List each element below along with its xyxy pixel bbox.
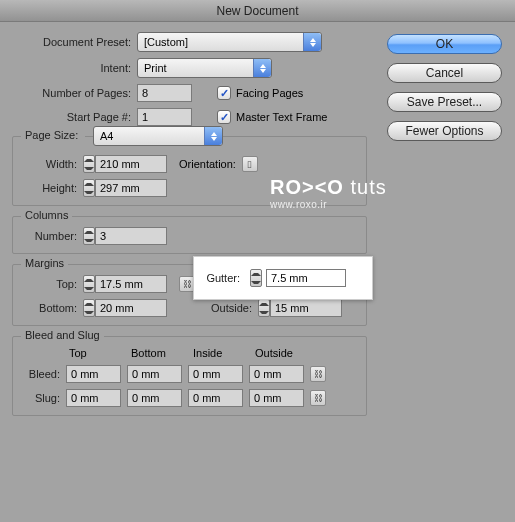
title-bar: New Document [0,0,515,22]
margin-outside-stepper[interactable] [258,299,270,317]
margin-outside-label: Outside: [203,302,258,314]
document-preset-label: Document Preset: [12,36,137,48]
link-slug-icon[interactable]: ⛓ [310,390,326,406]
columns-number-input[interactable]: 3 [95,227,167,245]
col-bottom: Bottom [131,347,193,359]
slug-label: Slug: [21,392,66,404]
window-title: New Document [216,4,298,18]
orientation-portrait-icon[interactable]: ▯ [242,156,258,172]
intent-label: Intent: [12,62,137,74]
link-bleed-icon[interactable]: ⛓ [310,366,326,382]
slug-bottom-input[interactable]: 0 mm [127,389,182,407]
gutter-input[interactable]: 7.5 mm [266,269,346,287]
bleed-outside-input[interactable]: 0 mm [249,365,304,383]
col-outside: Outside [255,347,317,359]
margins-legend: Margins [21,257,68,269]
watermark-suffix: tuts [350,176,386,198]
num-pages-label: Number of Pages: [12,87,137,99]
col-top: Top [69,347,131,359]
height-stepper[interactable] [83,179,95,197]
facing-pages-label: Facing Pages [236,87,303,99]
chevron-up-down-icon [253,59,271,77]
bleed-inside-input[interactable]: 0 mm [188,365,243,383]
dialog-body: Document Preset: [Custom] Intent: Print … [0,22,515,426]
margin-top-stepper[interactable] [83,275,95,293]
page-size-legend: Page Size: [21,129,85,141]
bleed-bottom-input[interactable]: 0 mm [127,365,182,383]
bleed-label: Bleed: [21,368,66,380]
page-size-dropdown[interactable]: A4 [93,126,223,146]
columns-group: Columns Number: 3 [12,216,367,254]
margin-bottom-label: Bottom: [21,302,83,314]
margin-bottom-input[interactable]: 20 mm [95,299,167,317]
slug-inside-input[interactable]: 0 mm [188,389,243,407]
slug-outside-input[interactable]: 0 mm [249,389,304,407]
watermark: RO><O tuts www.roxo.ir [270,176,387,210]
margin-top-input[interactable]: 17.5 mm [95,275,167,293]
height-input[interactable]: 297 mm [95,179,167,197]
width-stepper[interactable] [83,155,95,173]
chevron-up-down-icon [204,127,222,145]
num-pages-input[interactable]: 8 [137,84,192,102]
document-preset-dropdown[interactable]: [Custom] [137,32,322,52]
columns-number-stepper[interactable] [83,227,95,245]
intent-dropdown[interactable]: Print [137,58,272,78]
margin-outside-input[interactable]: 15 mm [270,299,342,317]
columns-legend: Columns [21,209,72,221]
width-input[interactable]: 210 mm [95,155,167,173]
height-label: Height: [21,182,83,194]
start-page-input[interactable]: 1 [137,108,192,126]
margin-bottom-stepper[interactable] [83,299,95,317]
col-inside: Inside [193,347,255,359]
slug-top-input[interactable]: 0 mm [66,389,121,407]
orientation-label: Orientation: [179,158,236,170]
watermark-brand: RO><O [270,176,344,198]
gutter-label: Gutter: [202,272,246,284]
chevron-up-down-icon [303,33,321,51]
bleed-slug-group: Bleed and Slug Top Bottom Inside Outside… [12,336,367,416]
margin-top-label: Top: [21,278,83,290]
columns-number-label: Number: [21,230,83,242]
gutter-highlight: Gutter: 7.5 mm [193,256,373,300]
start-page-label: Start Page #: [12,111,137,123]
facing-pages-checkbox[interactable]: ✓ [217,86,231,100]
width-label: Width: [21,158,83,170]
master-text-label: Master Text Frame [236,111,328,123]
watermark-url: www.roxo.ir [270,199,387,210]
bleed-top-input[interactable]: 0 mm [66,365,121,383]
gutter-stepper[interactable] [250,269,262,287]
master-text-checkbox[interactable]: ✓ [217,110,231,124]
bleed-slug-legend: Bleed and Slug [21,329,104,341]
